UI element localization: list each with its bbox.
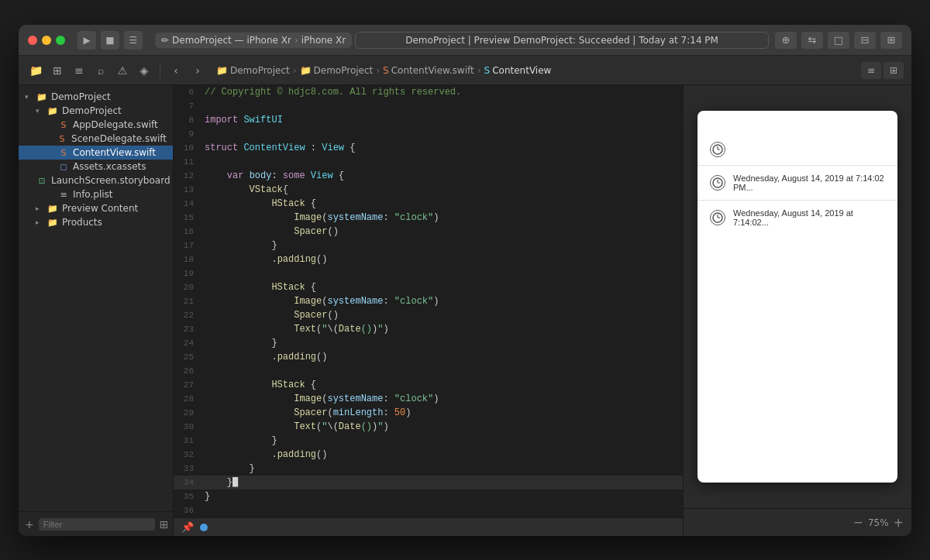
editor-footer: 📌 <box>174 517 683 536</box>
preview-footer: − 75% + <box>684 508 911 536</box>
appdelegate-label: AppDelegate.swift <box>73 119 158 130</box>
view-list-btn[interactable]: ≡ <box>861 62 881 79</box>
breadcrumb-group[interactable]: 📁 DemoProject <box>300 65 374 76</box>
project-breadcrumb[interactable]: ✏️ DemoProject — iPhone Xr › iPhone Xr <box>155 33 352 48</box>
main-area: ▾ 📁 DemoProject ▾ 📁 DemoProject S AppDel… <box>19 85 911 536</box>
view-buttons: ≡ ⊞ <box>861 62 904 79</box>
code-line-17: 17 } <box>174 239 683 253</box>
close-button[interactable] <box>28 36 37 45</box>
view-split-btn[interactable]: ⊞ <box>884 62 904 79</box>
code-line-34: 34 }█ <box>174 476 683 490</box>
breadcrumb-bar: ✏️ DemoProject — iPhone Xr › iPhone Xr D… <box>155 32 769 49</box>
search-icon[interactable]: ⌕ <box>91 61 110 80</box>
infoplist-label: Info.plist <box>73 189 113 200</box>
toolbar: 📁 ⊞ ≡ ⌕ ⚠ ◈ ‹ › 📁 DemoProject › 📁 DemoPr… <box>19 56 911 85</box>
add-button[interactable]: ⊕ <box>775 32 797 49</box>
code-line-36: 36 <box>174 503 683 517</box>
preview-row-3: Wednesday, August 14, 2019 at 7:14:02... <box>698 201 897 235</box>
sep-2: › <box>376 65 380 76</box>
breadcrumb-file[interactable]: S ContentView.swift <box>383 65 474 76</box>
file-breadcrumb: 📁 DemoProject › 📁 DemoProject › S Conten… <box>210 65 858 76</box>
folder-icon[interactable]: 📁 <box>26 61 45 80</box>
sidebar-item-infoplist[interactable]: ≡ Info.plist <box>19 187 173 201</box>
forward-button[interactable]: › <box>188 61 207 80</box>
project-icon: ✏️ <box>161 35 169 46</box>
arrow-icon: › <box>294 35 298 46</box>
breadcrumb-project-folder[interactable]: 📁 DemoProject <box>216 65 290 76</box>
code-line-7: 7 <box>174 99 683 113</box>
zoom-in-button[interactable]: + <box>894 517 904 529</box>
xcassets-icon: ◻ <box>57 161 70 172</box>
folder-icon: 📁 <box>46 105 59 116</box>
symbol-icon: S <box>484 65 491 76</box>
code-line-24: 24 } <box>174 336 683 350</box>
sidebar-item-assets[interactable]: ◻ Assets.xcassets <box>19 160 173 173</box>
separator-1 <box>160 63 160 78</box>
products-label: Products <box>62 217 102 228</box>
zoom-level: 75% <box>868 517 889 528</box>
arrow-icon: ▾ <box>25 93 36 101</box>
list-icon[interactable]: ≡ <box>70 61 88 80</box>
grid-icon[interactable]: ⊞ <box>48 61 67 80</box>
warning-icon[interactable]: ⚠ <box>113 61 132 80</box>
arrow-icon: ▾ <box>36 107 46 115</box>
assets-label: Assets.xcassets <box>73 161 146 172</box>
code-line-25: 25 .padding() <box>174 350 683 364</box>
pin-icon[interactable]: 📌 <box>181 521 194 533</box>
preview-label: Preview Content <box>62 203 138 214</box>
code-line-11: 11 <box>174 155 683 169</box>
swift-file-icon: S <box>57 119 70 130</box>
contentview-label: ContentView.swift <box>73 147 156 158</box>
issue-icon[interactable]: ◈ <box>135 61 153 80</box>
code-line-33: 33 } <box>174 462 683 476</box>
minimize-button[interactable] <box>42 36 51 45</box>
sidebar-item-launchscreen[interactable]: ⊡ LaunchScreen.storyboard <box>19 173 173 187</box>
breadcrumb-symbol[interactable]: S ContentView <box>484 65 552 76</box>
code-area[interactable]: 6 // Copyright © hdjc8.com. All rights r… <box>174 85 683 517</box>
group-folder-icon: 📁 <box>300 65 312 76</box>
swift-file-icon: S <box>57 147 70 158</box>
folder-icon: 📁 <box>36 91 48 102</box>
view-toggle-2[interactable]: ⊟ <box>854 32 876 49</box>
titlebar-right: ⊕ ⇆ □ ⊟ ⊞ <box>775 32 902 49</box>
project-name: DemoProject — iPhone Xr <box>172 35 291 46</box>
run-button[interactable]: ▶ <box>78 31 96 50</box>
sidebar-item-contentview[interactable]: S ContentView.swift <box>19 146 173 160</box>
code-line-13: 13 VStack{ <box>174 183 683 197</box>
breadcrumb-group-label: DemoProject <box>314 65 374 76</box>
stop-button[interactable]: ■ <box>101 31 119 50</box>
back-button[interactable]: ‹ <box>167 61 185 80</box>
code-line-35: 35 } <box>174 490 683 503</box>
sidebar-item-root[interactable]: ▾ 📁 DemoProject <box>19 90 173 104</box>
code-line-18: 18 .padding() <box>174 253 683 266</box>
maximize-button[interactable] <box>56 36 65 45</box>
sidebar-item-group[interactable]: ▾ 📁 DemoProject <box>19 104 173 118</box>
layout-button[interactable]: ⇆ <box>801 32 823 49</box>
filter-input[interactable] <box>39 518 155 531</box>
breadcrumb-file-label: ContentView.swift <box>391 65 474 76</box>
add-file-button[interactable]: + <box>25 517 34 531</box>
view-toggle-3[interactable]: ⊞ <box>880 32 902 49</box>
scheme-selector[interactable]: ☰ <box>124 31 143 50</box>
sidebar-item-scenedelegate[interactable]: S SceneDelegate.swift <box>19 132 173 146</box>
zoom-out-button[interactable]: − <box>853 517 863 529</box>
sidebar-item-preview[interactable]: ▸ 📁 Preview Content <box>19 201 173 215</box>
view-toggle-1[interactable]: □ <box>828 32 849 49</box>
sidebar-item-appdelegate[interactable]: S AppDelegate.swift <box>19 118 173 132</box>
code-line-30: 30 Text("\(Date())") <box>174 420 683 434</box>
breadcrumb-symbol-label: ContentView <box>492 65 551 76</box>
phone-preview: Wednesday, August 14, 2019 at 7:14:02 PM… <box>698 111 897 483</box>
code-editor: 6 // Copyright © hdjc8.com. All rights r… <box>174 85 683 536</box>
sidebar: ▾ 📁 DemoProject ▾ 📁 DemoProject S AppDel… <box>19 85 174 536</box>
preview-date-2: Wednesday, August 14, 2019 at 7:14:02... <box>733 208 885 227</box>
preview-content: Wednesday, August 14, 2019 at 7:14:02 PM… <box>684 85 911 508</box>
swift-file-icon: S <box>383 65 389 76</box>
status-dot <box>200 524 208 531</box>
code-line-20: 20 HStack { <box>174 280 683 294</box>
code-line-23: 23 Text("\(Date())") <box>174 322 683 336</box>
sidebar-item-products[interactable]: ▸ 📁 Products <box>19 215 173 229</box>
code-line-21: 21 Image(systemName: "clock") <box>174 294 683 308</box>
arrow-icon: ▸ <box>36 204 46 212</box>
titlebar-controls: ▶ ■ ☰ <box>78 31 143 50</box>
filter-options-btn[interactable]: ⊞ <box>160 517 169 531</box>
